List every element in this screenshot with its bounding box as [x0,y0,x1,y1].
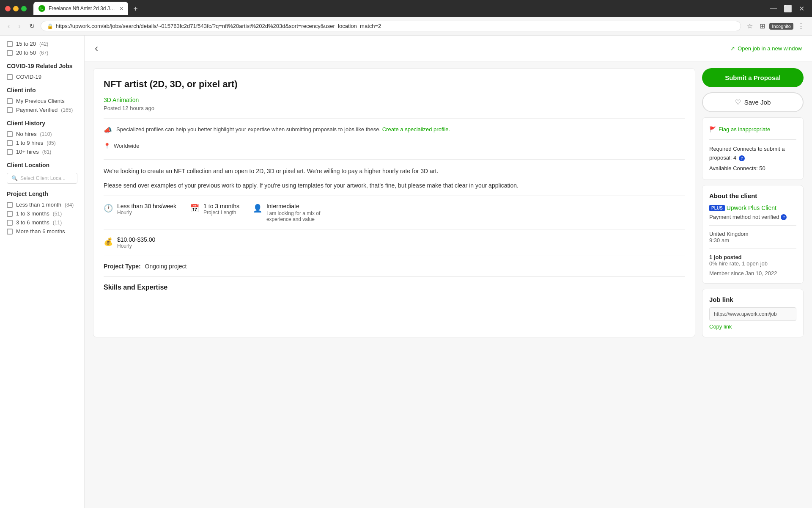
checkbox-covid19[interactable] [7,74,13,80]
filter-15-20[interactable]: 15 to 20 (42) [7,41,77,47]
back-bar: ‹ ↗ Open job in a new window [85,36,812,61]
location-pin-icon: 📍 [104,143,110,149]
flag-connects-panel: 🚩 Flag as inappropriate Required Connect… [702,117,804,180]
minimize-window-btn[interactable] [13,6,19,11]
notice-box: 📣 Specialized profiles can help you bett… [104,125,685,134]
checkbox-1-9-hires[interactable] [7,140,13,146]
skills-title: Skills and Expertise [104,284,685,291]
duration-meta: 📅 1 to 3 months Project Length [190,203,239,222]
project-length-section: Project Length Less than 1 month (84) 1 … [7,190,77,235]
minimize-browser-btn[interactable]: — [768,3,779,14]
copy-link-btn[interactable]: Copy link [709,323,732,330]
filter-10plus-hires[interactable]: 10+ hires (61) [7,149,77,155]
client-location-section: Client Location 🔍 Select Client Loca... [7,162,77,184]
checkbox-1-3-months[interactable] [7,211,13,217]
flag-inappropriate-btn[interactable]: 🚩 Flag as inappropriate [709,124,770,134]
filter-label-no-hires: No hires [16,131,36,137]
rate-row: 💰 $10.00-$35.00 Hourly [104,229,685,256]
filter-20-50[interactable]: 20 to 50 (67) [7,50,77,56]
filter-label-1-3-months: 1 to 3 months [16,210,49,217]
person-icon: 👤 [253,204,262,213]
connects-help-icon[interactable]: ? [739,155,745,161]
job-link-input[interactable] [709,307,796,321]
toolbar-actions: ☆ ⊞ Incognito ⋮ [744,20,807,32]
job-link-panel: Job link Copy link [702,289,804,337]
new-tab-btn[interactable]: + [130,3,141,15]
checkbox-less-1-month[interactable] [7,202,13,208]
heart-icon: ♡ [735,98,741,106]
duration-label: 1 to 3 months [203,203,239,210]
flag-icon: 🚩 [709,126,716,133]
filter-payment-verified[interactable]: Payment Verified (165) [7,107,77,113]
payment-help-icon[interactable]: ? [781,214,787,220]
close-browser-btn[interactable]: ✕ [796,3,807,14]
job-description-2: Please send over examples of your previo… [104,181,685,190]
experience-meta: 👤 Intermediate I am looking for a mix of… [253,203,326,222]
open-new-window-link[interactable]: ↗ Open job in a new window [730,45,802,52]
reload-btn[interactable]: ↻ [27,20,37,32]
rate-label: $10.00-$35.00 [117,236,155,243]
skills-section: Skills and Expertise [104,276,685,303]
filter-label-20-50: 20 to 50 [16,50,36,56]
create-profile-link[interactable]: Create a specialized profile. [382,126,450,133]
filter-label-10plus-hires: 10+ hires [16,149,39,155]
checkbox-10plus-hires[interactable] [7,149,13,155]
maximize-browser-btn[interactable]: ⬜ [781,3,795,14]
filter-count-payment-verified: (165) [61,107,73,113]
filter-covid19[interactable]: COVID-19 [7,74,77,80]
client-info-title: Client info [7,87,77,94]
rate-sub: Hourly [117,243,155,249]
project-type-row: Project Type: Ongoing project [104,256,685,276]
rate-meta: 💰 $10.00-$35.00 Hourly [104,236,155,249]
checkbox-previous-clients[interactable] [7,98,13,104]
location-search-input[interactable]: 🔍 Select Client Loca... [7,173,77,184]
client-location: United Kingdom [709,231,796,237]
filter-count-less-1-month: (84) [65,202,74,208]
save-job-btn[interactable]: ♡ Save Job [702,92,804,112]
content-area: NFT artist (2D, 3D, or pixel art) 3D Ani… [85,61,812,344]
filter-no-hires[interactable]: No hires (110) [7,131,77,137]
menu-btn[interactable]: ⋮ [795,20,807,32]
checkbox-20-50[interactable] [7,50,13,56]
client-name[interactable]: Upwork Plus Client [727,204,776,211]
tab-title: Freelance Nft Artist 2d 3d Job... [49,6,116,11]
checkbox-no-hires[interactable] [7,131,13,137]
tab-close-btn[interactable]: × [120,5,123,12]
back-nav-btn[interactable]: ‹ [5,21,12,32]
filter-3-6-months[interactable]: 3 to 6 months (11) [7,219,77,226]
job-title: NFT artist (2D, 3D, or pixel art) [104,79,685,90]
filter-label-15-20: 15 to 20 [16,41,36,47]
filter-previous-clients[interactable]: My Previous Clients [7,98,77,104]
bookmark-btn[interactable]: ☆ [744,20,755,32]
close-window-btn[interactable] [5,6,11,11]
extensions-btn[interactable]: ⊞ [757,20,768,32]
filter-more-6-months[interactable]: More than 6 months [7,228,77,235]
about-client-panel: About the client PLUS Upwork Plus Client… [702,185,804,284]
filter-count-no-hires: (110) [40,131,52,137]
job-card: NFT artist (2D, 3D, or pixel art) 3D Ani… [93,68,695,337]
notice-text: Specialized profiles can help you better… [116,125,450,134]
right-panel: Submit a Proposal ♡ Save Job 🚩 Flag as i… [702,68,804,337]
checkbox-payment-verified[interactable] [7,107,13,113]
filter-1-9-hires[interactable]: 1 to 9 hires (85) [7,140,77,146]
client-history-title: Client History [7,120,77,127]
job-description-1: We're looking to create an NFT collectio… [104,166,685,176]
submit-proposal-btn[interactable]: Submit a Proposal [702,68,804,87]
location-placeholder: Select Client Loca... [20,175,66,181]
active-tab[interactable]: U Freelance Nft Artist 2d 3d Job... × [33,2,128,15]
covid-filter-title: COVID-19 Related Jobs [7,63,77,69]
checkbox-3-6-months[interactable] [7,220,13,226]
project-type-value: Ongoing project [145,263,187,270]
maximize-window-btn[interactable] [21,6,27,11]
address-bar[interactable]: 🔒 https://upwork.com/ab/jobs/search/deta… [41,21,741,31]
checkbox-more-6-months[interactable] [7,229,13,235]
checkbox-15-20[interactable] [7,41,13,47]
filter-label-3-6-months: 3 to 6 months [16,219,49,226]
filter-1-3-months[interactable]: 1 to 3 months (51) [7,210,77,217]
flag-divider [709,139,796,140]
save-job-label: Save Job [744,99,771,106]
window-controls[interactable] [5,6,27,11]
forward-nav-btn[interactable]: › [16,21,23,32]
filter-less-1-month[interactable]: Less than 1 month (84) [7,202,77,208]
back-button[interactable]: ‹ [95,42,98,54]
